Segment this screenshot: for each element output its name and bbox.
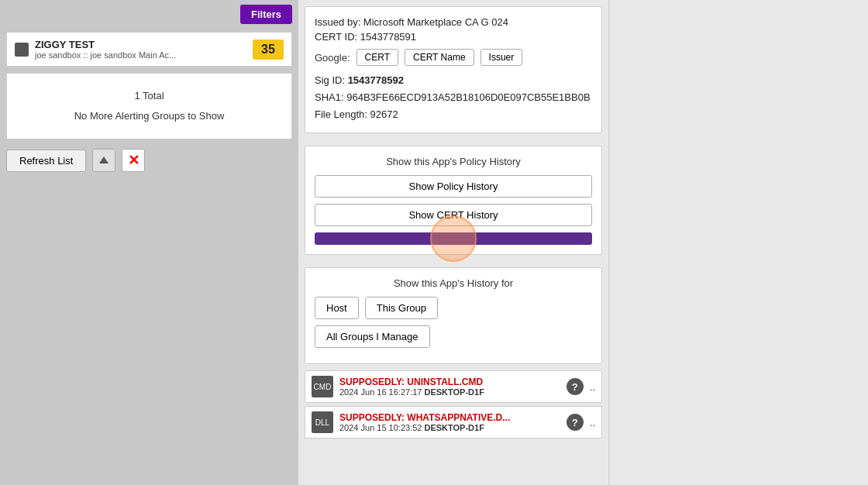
refresh-list-button[interactable]: Refresh List bbox=[6, 150, 86, 172]
file-info-1: SUPPOSEDLY: WHATSAPPNATIVE.D... 2024 Jun… bbox=[339, 412, 560, 432]
file-help-0[interactable]: ? bbox=[567, 378, 584, 395]
filters-bar: Filters bbox=[0, 0, 298, 29]
sha1-line: SHA1: 964B3FE66ECD913A52B18106D0E097CB55… bbox=[315, 89, 592, 106]
file-dots-0: .. bbox=[590, 381, 595, 393]
show-cert-history-button[interactable]: Show CERT History bbox=[315, 204, 592, 226]
host-button[interactable]: Host bbox=[315, 297, 359, 319]
right-panel bbox=[608, 0, 868, 485]
group-item[interactable]: ZIGGY TEST joe sandbox :: joe sandbox Ma… bbox=[6, 32, 292, 67]
show-policy-history-button[interactable]: Show Policy History bbox=[315, 175, 592, 198]
sha1-value: 964B3FE66ECD913A52B18106D0E097CB55E1BB0B bbox=[346, 91, 590, 103]
filters-button[interactable]: Filters bbox=[240, 5, 292, 24]
group-info: ZIGGY TEST joe sandbox :: joe sandbox Ma… bbox=[15, 39, 176, 60]
file-item-1[interactable]: DLL SUPPOSEDLY: WHATSAPPNATIVE.D... 2024… bbox=[305, 406, 602, 439]
group-badge: 35 bbox=[253, 40, 284, 60]
cert-id: CERT ID: 1543778591 bbox=[315, 31, 592, 43]
file-info-0: SUPPOSEDLY: UNINSTALL.CMD 2024 Jun 16 16… bbox=[339, 377, 560, 397]
cert-info-box: Issued by: Microsoft Marketplace CA G 02… bbox=[305, 6, 602, 133]
sig-id-label: Sig ID: bbox=[315, 74, 345, 86]
history-buttons: Show Policy History Show CERT History bbox=[315, 175, 592, 245]
file-date-1: 2024 Jun 15 10:23:52 DESKTOP-D1F bbox=[339, 423, 560, 432]
group-icon bbox=[15, 43, 29, 57]
cert-button[interactable]: CERT bbox=[356, 49, 398, 66]
file-dots-1: .. bbox=[590, 417, 595, 428]
file-length: File Length: 92672 bbox=[315, 106, 592, 123]
close-button[interactable]: ✕ bbox=[122, 149, 145, 172]
app-history-row1: Host This Group bbox=[315, 297, 592, 319]
group-name: ZIGGY TEST bbox=[35, 39, 176, 50]
policy-history-title: Show this App's Policy History bbox=[315, 156, 592, 167]
google-label: Google: bbox=[315, 52, 350, 64]
file-list: CMD SUPPOSEDLY: UNINSTALL.CMD 2024 Jun 1… bbox=[305, 370, 602, 439]
file-item-0[interactable]: CMD SUPPOSEDLY: UNINSTALL.CMD 2024 Jun 1… bbox=[305, 370, 602, 403]
scroll-up-button[interactable] bbox=[92, 149, 115, 172]
file-help-1[interactable]: ? bbox=[567, 414, 584, 431]
file-name-0: SUPPOSEDLY: UNINSTALL.CMD bbox=[339, 377, 560, 387]
file-icon-0: CMD bbox=[312, 376, 333, 397]
file-date-0: 2024 Jun 16 16:27:17 DESKTOP-D1F bbox=[339, 387, 560, 397]
file-icon-1: DLL bbox=[312, 411, 333, 433]
group-text: ZIGGY TEST joe sandbox :: joe sandbox Ma… bbox=[35, 39, 176, 60]
file-name-1: SUPPOSEDLY: WHATSAPPNATIVE.D... bbox=[339, 412, 560, 423]
app-history-row2: All Groups I Manage bbox=[315, 325, 592, 348]
sig-id-line: Sig ID: 1543778592 bbox=[315, 72, 592, 89]
group-sub: joe sandbox :: joe sandbox Main Ac... bbox=[35, 50, 176, 60]
show-policy-history-for-cert-button[interactable] bbox=[315, 232, 592, 245]
sig-info: Sig ID: 1543778592 SHA1: 964B3FE66ECD913… bbox=[315, 72, 592, 123]
cert-name-button[interactable]: CERT Name bbox=[405, 49, 474, 66]
left-panel: Filters ZIGGY TEST joe sandbox :: joe sa… bbox=[0, 0, 298, 485]
main-panel: Issued by: Microsoft Marketplace CA G 02… bbox=[298, 0, 608, 485]
sig-id-value: 1543778592 bbox=[348, 74, 404, 86]
app-history-title: Show this App's History for bbox=[315, 277, 592, 289]
this-group-button[interactable]: This Group bbox=[365, 297, 438, 319]
google-row: Google: CERT CERT Name Issuer bbox=[315, 49, 592, 66]
issuer-button[interactable]: Issuer bbox=[480, 49, 523, 66]
status-no-more: No More Alerting Groups to Show bbox=[15, 106, 284, 126]
issued-by: Issued by: Microsoft Marketplace CA G 02… bbox=[315, 16, 592, 28]
policy-history-box: Show this App's Policy History Show Poli… bbox=[305, 146, 602, 255]
status-box: 1 Total No More Alerting Groups to Show bbox=[6, 73, 292, 139]
svg-marker-0 bbox=[99, 157, 108, 163]
app-history-box: Show this App's History for Host This Gr… bbox=[305, 267, 602, 364]
sha1-label: SHA1: bbox=[315, 91, 344, 103]
all-groups-button[interactable]: All Groups I Manage bbox=[315, 325, 430, 348]
refresh-bar: Refresh List ✕ bbox=[0, 143, 298, 178]
status-total: 1 Total bbox=[15, 86, 284, 106]
